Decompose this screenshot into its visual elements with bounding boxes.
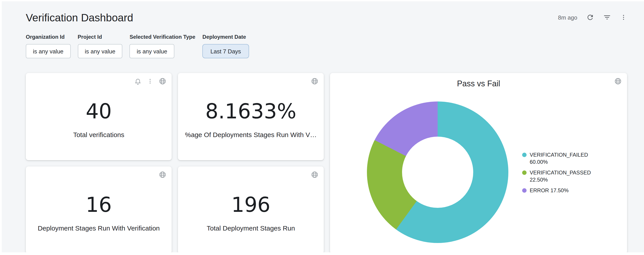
- filter-value-deployment-date[interactable]: Last 7 Days: [202, 44, 249, 58]
- tile-menu-button[interactable]: [147, 78, 154, 85]
- stat-value: 16: [86, 194, 112, 216]
- tile-actions: [311, 171, 318, 178]
- bell-icon: [134, 78, 142, 85]
- filter-value-project-id[interactable]: is any value: [78, 44, 122, 58]
- legend-item-verification-passed[interactable]: VERIFICATION_PASSED 22.50%: [522, 169, 601, 183]
- tile-actions: [134, 77, 166, 85]
- filter-value-verification-type[interactable]: is any value: [130, 44, 174, 58]
- donut-chart[interactable]: [367, 101, 508, 243]
- legend-series-name: ERROR: [530, 187, 549, 194]
- legend-item-verification-failed[interactable]: VERIFICATION_FAILED 60.00%: [522, 151, 601, 166]
- filter-verification-type: Selected Verification Type is any value: [130, 34, 196, 58]
- chart-title: Pass vs Fail: [330, 79, 627, 89]
- explore-button[interactable]: [614, 77, 622, 85]
- filter-deployment-date: Deployment Date Last 7 Days: [202, 34, 249, 58]
- legend-series-pct: 17.50%: [550, 187, 568, 194]
- stat-label: %age Of Deployments Stages Run With V…: [185, 131, 317, 138]
- refresh-button[interactable]: [586, 13, 594, 21]
- filter-label-organization-id: Organization Id: [26, 34, 70, 40]
- kebab-menu-icon: [147, 78, 154, 85]
- stat-label: Total Deployment Stages Run: [207, 224, 295, 232]
- dashboard-viewport: Verification Dashboard 8m ago Organizati…: [0, 0, 644, 255]
- kebab-menu-icon: [620, 14, 627, 21]
- tile-actions: [159, 171, 166, 178]
- stat-label: Total verifications: [73, 131, 124, 138]
- filter-bar: Organization Id is any value Project Id …: [26, 34, 249, 58]
- filter-project-id: Project Id is any value: [78, 34, 122, 58]
- filter-label-project-id: Project Id: [78, 34, 122, 40]
- explore-button[interactable]: [311, 77, 318, 85]
- page-frame-edge-left: [0, 0, 2, 255]
- globe-icon: [159, 171, 166, 178]
- tile-total-stages: 196 Total Deployment Stages Run: [178, 166, 324, 254]
- stat-value: 196: [231, 194, 270, 216]
- dashboard-menu-button[interactable]: [620, 14, 627, 21]
- donut-hole: [402, 137, 473, 208]
- legend-label: ERROR 17.50%: [530, 187, 568, 194]
- filter-toggle-button[interactable]: [603, 13, 611, 21]
- filter-icon: [603, 13, 611, 21]
- filter-label-verification-type: Selected Verification Type: [130, 34, 196, 40]
- tile-stages-with-verification: 16 Deployment Stages Run With Verificati…: [26, 166, 172, 254]
- stat-label: Deployment Stages Run With Verification: [38, 224, 160, 232]
- globe-icon: [311, 77, 318, 85]
- legend-series-name: VERIFICATION_PASSED: [530, 170, 591, 176]
- tile-pass-vs-fail: Pass vs Fail VERIFICATION_FAILED 60.00% …: [330, 73, 627, 254]
- page-frame-edge-bottom: [0, 252, 644, 255]
- explore-button[interactable]: [159, 171, 166, 178]
- filter-value-organization-id[interactable]: is any value: [26, 44, 70, 58]
- legend-dot: [522, 170, 526, 175]
- tile-total-verifications: 40 Total verifications: [26, 73, 172, 160]
- tile-actions: [311, 77, 318, 85]
- legend-item-error[interactable]: ERROR 17.50%: [522, 187, 601, 194]
- tile-actions: [614, 77, 622, 85]
- legend-series-name: VERIFICATION_FAILED: [530, 152, 588, 158]
- page-frame-edge-top: [0, 0, 644, 1]
- legend-label: VERIFICATION_PASSED 22.50%: [530, 169, 601, 183]
- header-actions: 8m ago: [558, 13, 627, 21]
- refresh-icon: [586, 13, 594, 21]
- chart-legend: VERIFICATION_FAILED 60.00% VERIFICATION_…: [522, 151, 601, 194]
- legend-label: VERIFICATION_FAILED 60.00%: [530, 151, 601, 166]
- legend-dot: [522, 188, 526, 193]
- legend-dot: [522, 153, 526, 157]
- legend-series-pct: 22.50%: [530, 177, 548, 183]
- filter-organization-id: Organization Id is any value: [26, 34, 70, 58]
- explore-button[interactable]: [159, 77, 166, 85]
- globe-icon: [614, 77, 622, 85]
- globe-icon: [159, 77, 166, 85]
- globe-icon: [311, 171, 318, 178]
- alert-button[interactable]: [134, 78, 142, 85]
- legend-series-pct: 60.00%: [530, 159, 548, 165]
- filter-label-deployment-date: Deployment Date: [202, 34, 249, 40]
- page-title: Verification Dashboard: [26, 12, 133, 24]
- stat-value: 40: [86, 100, 112, 123]
- stat-value: 8.1633%: [205, 100, 296, 123]
- last-refresh-timestamp: 8m ago: [558, 14, 577, 21]
- tile-pct-stages-with-verification: 8.1633% %age Of Deployments Stages Run W…: [178, 73, 324, 160]
- explore-button[interactable]: [311, 171, 318, 178]
